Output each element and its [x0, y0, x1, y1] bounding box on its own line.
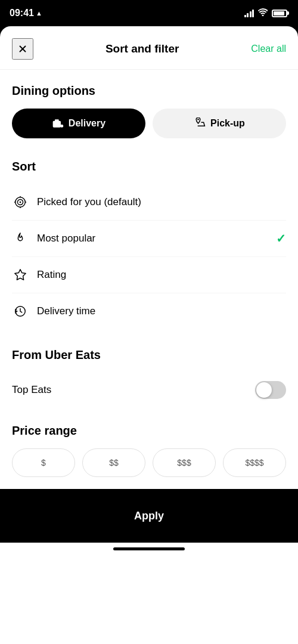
sheet-content: Dining options Delivery [0, 70, 298, 477]
apply-button[interactable]: Apply [12, 500, 286, 532]
sort-item-most-popular[interactable]: Most popular ✓ [12, 221, 286, 257]
delivery-button[interactable]: Delivery [12, 109, 145, 138]
pickup-label: Pick-up [210, 118, 245, 129]
clear-all-button[interactable]: Clear all [251, 44, 286, 54]
uber-eats-section: From Uber Eats Top Eats [12, 348, 286, 407]
svg-marker-13 [15, 270, 26, 280]
price-2-button[interactable]: $$ [82, 448, 145, 477]
location-arrow-icon: ▲ [36, 10, 42, 17]
signal-icon [244, 10, 254, 17]
svg-point-5 [197, 119, 199, 120]
home-indicator [0, 543, 298, 558]
status-bar: 09:41 ▲ [0, 0, 298, 26]
delivery-time-label: Delivery time [37, 305, 286, 317]
fire-icon [12, 230, 29, 247]
sort-title: Sort [12, 160, 286, 174]
sort-items-list: Picked for you (default) Most popular ✓ [12, 184, 286, 329]
dining-options-section: Dining options Delivery [12, 84, 286, 138]
pickup-button[interactable]: Pick-up [153, 109, 286, 138]
price-range-section: Price range $ $$ $$$ $$$$ [12, 424, 286, 477]
sort-item-rating[interactable]: Rating [12, 257, 286, 293]
battery-icon [272, 10, 287, 17]
status-icons [244, 8, 288, 18]
selected-check-icon: ✓ [276, 231, 286, 246]
wifi-icon [258, 8, 268, 18]
target-icon [12, 194, 29, 210]
toggle-thumb [256, 382, 272, 398]
price-3-button[interactable]: $$$ [153, 448, 216, 477]
price-buttons: $ $$ $$$ $$$$ [12, 448, 286, 477]
uber-eats-title: From Uber Eats [12, 348, 286, 362]
sort-item-delivery-time[interactable]: Delivery time [12, 293, 286, 329]
sheet-title: Sort and filter [105, 42, 179, 55]
time-display: 09:41 [10, 8, 34, 18]
dining-options-title: Dining options [12, 84, 286, 98]
apply-bar: Apply [0, 489, 298, 543]
clock-icon [12, 303, 29, 320]
most-popular-label: Most popular [37, 233, 276, 244]
top-eats-label: Top Eats [12, 384, 51, 396]
svg-point-4 [60, 125, 63, 128]
close-button[interactable] [12, 38, 33, 60]
home-bar [113, 547, 185, 550]
top-eats-toggle[interactable] [255, 381, 286, 399]
sort-item-picked-for-you[interactable]: Picked for you (default) [12, 184, 286, 221]
top-eats-toggle-row: Top Eats [12, 373, 286, 407]
star-icon [12, 267, 29, 283]
sheet-header: Sort and filter Clear all [0, 26, 298, 70]
svg-rect-3 [55, 119, 59, 122]
price-4-button[interactable]: $$$$ [223, 448, 286, 477]
delivery-label: Delivery [69, 118, 105, 129]
picked-for-you-label: Picked for you (default) [37, 196, 286, 208]
rating-label: Rating [37, 269, 286, 281]
dining-options-buttons: Delivery Pick-up [12, 109, 286, 138]
filter-sheet: Sort and filter Clear all Dining options… [0, 26, 298, 644]
sort-section: Sort Picked [12, 160, 286, 329]
price-range-title: Price range [12, 424, 286, 438]
svg-point-8 [20, 202, 21, 203]
price-1-button[interactable]: $ [12, 448, 75, 477]
status-time: 09:41 ▲ [10, 8, 42, 18]
